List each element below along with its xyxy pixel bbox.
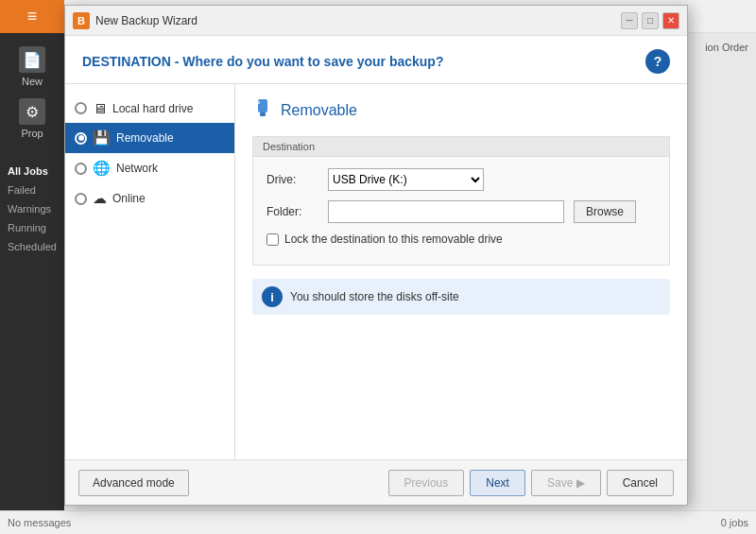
radio-network[interactable]: [75, 163, 87, 175]
radio-local-hard-drive[interactable]: [75, 102, 87, 114]
dialog-heading: DESTINATION - Where do you want to save …: [82, 54, 443, 69]
panel-title-icon: [252, 97, 273, 123]
advanced-mode-button[interactable]: Advanced mode: [78, 470, 189, 496]
status-messages: No messages: [8, 517, 702, 528]
folder-input[interactable]: [328, 200, 564, 223]
browse-button[interactable]: Browse: [574, 200, 636, 223]
dialog-title: New Backup Wizard: [95, 14, 621, 27]
next-button[interactable]: Next: [470, 470, 525, 496]
status-bar: No messages 0 jobs: [0, 510, 756, 534]
section-body: Drive: USB Drive (K:) Folder: Brows: [253, 157, 669, 265]
wizard-dialog: B New Backup Wizard ─ □ ✕ DESTINATION - …: [64, 5, 688, 506]
nav-label-online: Online: [112, 192, 225, 205]
status-jobs: 0 jobs: [721, 517, 748, 528]
sidebar-nav-all-jobs[interactable]: All Jobs: [0, 162, 64, 181]
info-icon: i: [262, 286, 283, 307]
nav-item-online[interactable]: ☁ Online: [65, 183, 234, 214]
help-button[interactable]: ?: [645, 49, 670, 74]
panel-title: Removable: [252, 97, 670, 123]
col-header-order: ion Order: [705, 42, 748, 53]
local-hard-drive-icon: 🖥: [93, 100, 107, 116]
app-sidebar: ≡ 📄 New ⚙ Prop All Jobs Failed Warnings …: [0, 0, 64, 534]
dialog-content: DESTINATION - Where do you want to save …: [65, 36, 687, 505]
right-panel: Removable Destination Drive: USB Drive (…: [235, 84, 687, 459]
nav-item-local-hard-drive[interactable]: 🖥 Local hard drive: [65, 94, 234, 123]
dialog-window-controls: ─ □ ✕: [621, 12, 679, 29]
drive-select[interactable]: USB Drive (K:): [328, 168, 484, 191]
lock-checkbox-label: Lock the destination to this removable d…: [284, 233, 503, 246]
radio-online[interactable]: [75, 193, 87, 205]
previous-button[interactable]: Previous: [388, 470, 465, 496]
svg-rect-1: [260, 112, 266, 116]
sidebar-item-new[interactable]: 📄 New: [0, 41, 64, 93]
dialog-app-icon: B: [73, 12, 90, 29]
section-header: Destination: [253, 137, 669, 157]
folder-row: Folder: Browse: [266, 200, 656, 223]
destination-section: Destination Drive: USB Drive (K:): [252, 136, 670, 266]
radio-removable[interactable]: [75, 132, 87, 145]
drive-row: Drive: USB Drive (K:): [266, 168, 656, 191]
maximize-button[interactable]: □: [642, 12, 659, 29]
sidebar-nav-warnings[interactable]: Warnings: [0, 199, 64, 218]
info-text: You should store the disks off-site: [290, 290, 459, 303]
drive-label: Drive:: [266, 173, 318, 186]
online-icon: ☁: [93, 190, 107, 207]
nav-item-removable[interactable]: 💾 Removable: [65, 123, 234, 153]
dialog-main: 🖥 Local hard drive 💾 Removable 🌐 Network: [65, 84, 687, 459]
dialog-titlebar: B New Backup Wizard ─ □ ✕: [65, 6, 687, 36]
sidebar-top: ≡: [0, 0, 64, 33]
lock-checkbox[interactable]: [266, 233, 279, 246]
removable-icon: 💾: [93, 129, 111, 146]
folder-label: Folder:: [266, 205, 318, 218]
nav-label-local-hard-drive: Local hard drive: [112, 102, 225, 115]
info-message: i You should store the disks off-site: [252, 279, 670, 315]
lock-checkbox-row: Lock the destination to this removable d…: [266, 233, 656, 246]
save-button[interactable]: Save ▶: [531, 470, 601, 496]
dialog-footer: Advanced mode Previous Next Save ▶ Cance…: [65, 459, 687, 505]
panel-title-text: Removable: [281, 102, 357, 119]
usb-svg-icon: [252, 97, 273, 118]
destination-nav: 🖥 Local hard drive 💾 Removable 🌐 Network: [65, 84, 235, 459]
close-button[interactable]: ✕: [662, 12, 679, 29]
sidebar-nav-running[interactable]: Running: [0, 218, 64, 237]
sidebar-item-prop[interactable]: ⚙ Prop: [0, 93, 64, 145]
nav-label-removable: Removable: [116, 131, 225, 145]
cancel-button[interactable]: Cancel: [607, 470, 674, 496]
sidebar-nav-scheduled[interactable]: Scheduled: [0, 237, 64, 256]
nav-item-network[interactable]: 🌐 Network: [65, 153, 234, 183]
sidebar-nav-failed[interactable]: Failed: [0, 181, 64, 199]
minimize-button[interactable]: ─: [621, 12, 638, 29]
svg-rect-2: [256, 101, 260, 104]
dialog-header: DESTINATION - Where do you want to save …: [65, 36, 687, 84]
nav-label-network: Network: [116, 162, 225, 175]
network-icon: 🌐: [93, 160, 111, 177]
